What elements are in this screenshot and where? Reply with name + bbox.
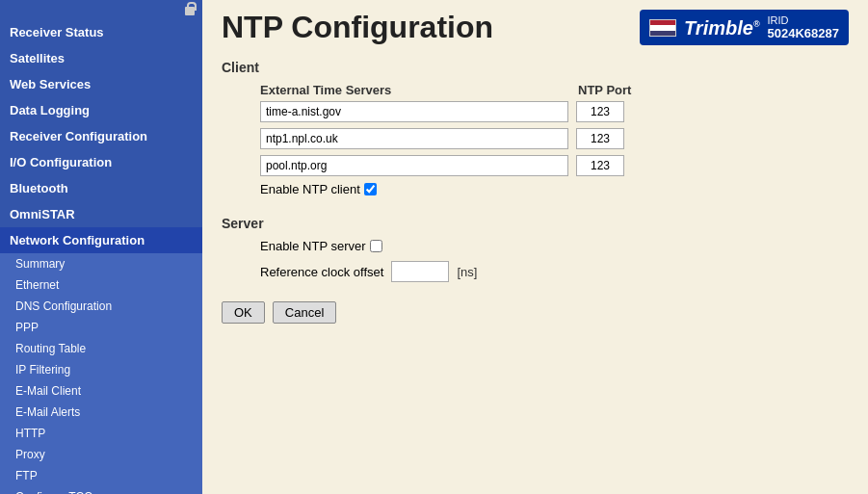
client-label: Client: [222, 60, 849, 75]
lock-area: [0, 0, 202, 19]
flag-icon: [649, 19, 676, 37]
logo-box: Trimble® IRID 5024K68287: [640, 10, 849, 45]
server-row-1: [260, 128, 849, 149]
enable-client-label: Enable NTP client: [260, 182, 360, 196]
sidebar-item-data-logging[interactable]: Data Logging: [0, 97, 202, 123]
enable-client-row: Enable NTP client: [260, 182, 849, 196]
sidebar-sub-configure-tcc[interactable]: Configure TCC: [0, 486, 202, 494]
sidebar-item-receiver-status[interactable]: Receiver Status: [0, 19, 202, 45]
server-label: Server: [222, 216, 849, 231]
sidebar-sub-e-mail-client[interactable]: E-Mail Client: [0, 380, 202, 402]
sidebar-section-network-configuration[interactable]: Network Configuration: [0, 227, 202, 253]
cancel-button[interactable]: Cancel: [273, 301, 336, 324]
col-ts-header: External Time Servers: [260, 83, 568, 97]
ok-button[interactable]: OK: [222, 301, 265, 324]
logo-brand-text: Trimble: [684, 17, 753, 39]
server-section: Server Enable NTP server Reference clock…: [222, 216, 849, 282]
server-row-0: [260, 101, 849, 122]
logo-irid-block: IRID 5024K68287: [768, 14, 839, 40]
sidebar-item-i/o-configuration[interactable]: I/O Configuration: [0, 149, 202, 175]
enable-client-checkbox[interactable]: [364, 183, 377, 195]
sidebar-sub-ppp[interactable]: PPP: [0, 317, 202, 338]
sidebar-item-satellites[interactable]: Satellites: [0, 45, 202, 71]
page-title: NTP Configuration: [222, 10, 493, 45]
header: NTP Configuration Trimble® IRID 5024K682…: [222, 10, 849, 45]
sidebar-sub-http[interactable]: HTTP: [0, 423, 202, 444]
sidebar-sub-summary[interactable]: Summary: [0, 253, 202, 274]
irid-value: 5024K68287: [768, 26, 839, 40]
trimble-logo: Trimble®: [684, 15, 760, 40]
irid-label: IRID: [768, 14, 839, 26]
sidebar-sub-ethernet[interactable]: Ethernet: [0, 274, 202, 296]
client-section: Client External Time Servers NTP Port En…: [222, 60, 849, 196]
server-port-input-2[interactable]: [576, 155, 624, 176]
ref-clock-input[interactable]: 0: [391, 261, 449, 282]
column-headers: External Time Servers NTP Port: [260, 83, 849, 97]
sidebar-item-omnistar[interactable]: OmniSTAR: [0, 201, 202, 227]
server-url-input-2[interactable]: [260, 155, 568, 176]
sidebar-sub-ftp[interactable]: FTP: [0, 465, 202, 486]
action-buttons: OK Cancel: [222, 301, 849, 324]
server-url-input-1[interactable]: [260, 128, 568, 149]
sidebar: Receiver StatusSatellitesWeb ServicesDat…: [0, 0, 202, 494]
server-port-input-1[interactable]: [576, 128, 624, 149]
sidebar-sub-ip-filtering[interactable]: IP Filtering: [0, 359, 202, 380]
server-row-2: [260, 155, 849, 176]
enable-server-label: Enable NTP server: [260, 239, 366, 253]
sidebar-sub-routing-table[interactable]: Routing Table: [0, 338, 202, 359]
server-url-input-0[interactable]: [260, 101, 568, 122]
main-content: NTP Configuration Trimble® IRID 5024K682…: [202, 0, 868, 494]
col-port-header: NTP Port: [578, 83, 631, 97]
sidebar-sub-proxy[interactable]: Proxy: [0, 444, 202, 465]
ref-clock-unit: [ns]: [457, 265, 477, 279]
server-port-input-0[interactable]: [576, 101, 624, 122]
sidebar-sub-e-mail-alerts[interactable]: E-Mail Alerts: [0, 402, 202, 423]
ref-clock-label: Reference clock offset: [260, 265, 383, 279]
sidebar-sub-dns-configuration[interactable]: DNS Configuration: [0, 296, 202, 317]
servers-list: [260, 101, 849, 176]
ref-clock-row: Reference clock offset 0 [ns]: [260, 261, 849, 282]
sidebar-item-receiver-configuration[interactable]: Receiver Configuration: [0, 123, 202, 149]
enable-server-checkbox[interactable]: [370, 240, 382, 252]
lock-icon: [183, 2, 197, 17]
enable-server-row: Enable NTP server: [260, 239, 849, 253]
sidebar-item-web-services[interactable]: Web Services: [0, 71, 202, 97]
sidebar-item-bluetooth[interactable]: Bluetooth: [0, 175, 202, 201]
